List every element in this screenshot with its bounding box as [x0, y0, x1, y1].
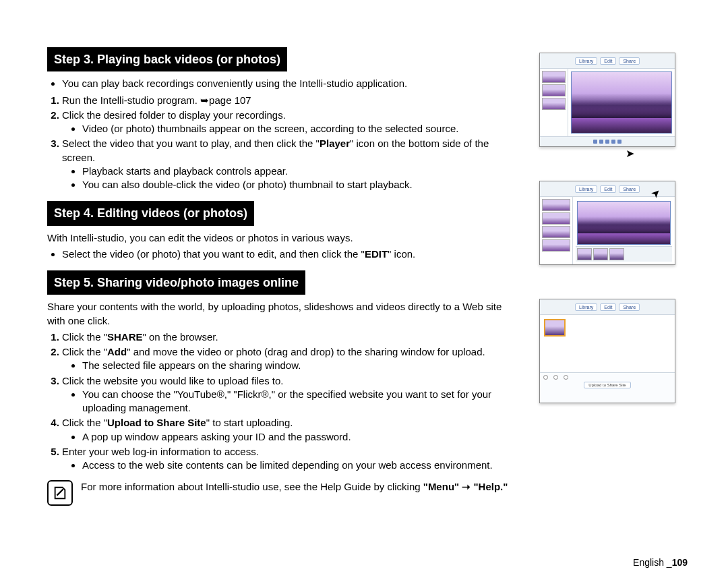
playback-controls	[540, 136, 675, 146]
tab-share: Share	[619, 185, 640, 193]
step5-item3: Click the website you would like to uplo…	[62, 374, 519, 415]
timeline-thumb	[609, 248, 624, 260]
timeline-thumb	[593, 248, 608, 260]
step4-bullet: Select the video (or photo) that you wan…	[62, 247, 519, 261]
screenshot-edit: Library Edit Share	[539, 181, 675, 265]
tab-library: Library	[575, 57, 597, 65]
thumbnail	[542, 212, 570, 225]
step5-item4-sub: A pop up window appears asking your ID a…	[82, 430, 519, 444]
step3-item3-sub1: Playback starts and playback controls ap…	[82, 165, 519, 178]
sidebar-screenshots: Library Edit Share ➤ Li	[539, 40, 688, 557]
step5-item3-sub: You can choose the "YouTube®," "Flickr®,…	[82, 388, 519, 415]
tab-library: Library	[575, 303, 597, 311]
radio-option	[553, 375, 558, 380]
main-content: Step 3. Playing back videos (or photos) …	[47, 40, 519, 557]
step5-item5: Enter your web log-in information to acc…	[62, 445, 519, 473]
step3-intro: You can play back recordings convenientl…	[62, 77, 519, 90]
thumbnail	[542, 226, 570, 238]
step3-item1: Run the Intelli-studio program. ➥page 10…	[62, 94, 519, 107]
step5-item2-sub: The selected file appears on the sharing…	[82, 359, 519, 372]
note-row: For more information about Intelli-studi…	[47, 480, 519, 506]
step5-item1: Click the "SHARE" on the browser.	[62, 330, 519, 344]
step4-heading: Step 4. Editing videos (or photos)	[47, 201, 254, 225]
thumbnail	[542, 71, 566, 83]
step4-intro: With Intelli-studio, you can edit the vi…	[47, 231, 519, 245]
step3-item3: Select the video that you want to play, …	[62, 137, 519, 192]
tab-edit: Edit	[600, 57, 616, 65]
step5-item2: Click the "Add" and move the video or ph…	[62, 345, 519, 373]
note-icon	[47, 480, 73, 506]
pointer-icon: ➤	[626, 147, 634, 160]
step3-item3-sub2: You can also double-click the video (or …	[82, 178, 519, 192]
thumbnail	[542, 239, 570, 252]
selected-thumbnail	[544, 319, 566, 337]
thumbnail	[542, 84, 566, 96]
tab-edit: Edit	[600, 185, 616, 193]
timeline-thumb	[577, 248, 592, 260]
step5-item5-sub: Access to the web site contents can be l…	[82, 459, 519, 472]
tab-edit: Edit	[600, 303, 616, 311]
tab-share: Share	[619, 303, 640, 311]
step5-heading: Step 5. Sharing video/photo images onlin…	[47, 270, 305, 295]
radio-option	[543, 375, 548, 380]
tab-share: Share	[619, 57, 640, 65]
thumbnail	[542, 199, 570, 211]
preview-image	[577, 201, 671, 245]
page-footer: English _109	[633, 557, 688, 568]
tab-library: Library	[575, 185, 597, 193]
note-text: For more information about Intelli-studi…	[81, 480, 508, 494]
step5-item4: Click the "Upload to Share Site" to star…	[62, 416, 519, 444]
step3-heading: Step 3. Playing back videos (or photos)	[47, 47, 287, 71]
thumbnail	[542, 98, 566, 110]
radio-option	[564, 375, 568, 380]
screenshot-player: Library Edit Share ➤	[539, 53, 675, 147]
step3-item2: Click the desired folder to display your…	[62, 109, 519, 136]
step3-item2-sub: Video (or photo) thumbnails appear on th…	[82, 122, 519, 136]
preview-image	[571, 71, 672, 134]
step5-intro: Share your contents with the world, by u…	[47, 300, 519, 328]
upload-button: Upload to Share Site	[584, 382, 630, 388]
screenshot-share: Library Edit Share Upload to Share Site	[539, 299, 675, 403]
